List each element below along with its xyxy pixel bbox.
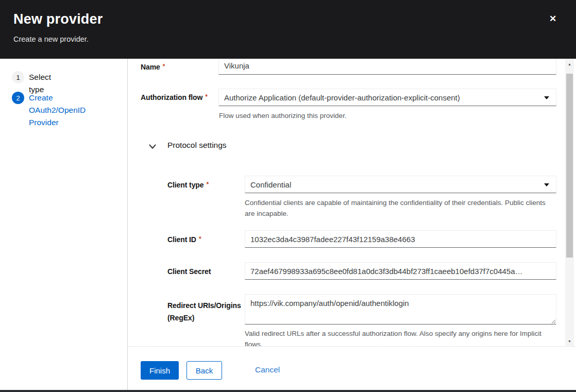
client-secret-label: Client Secret [167,267,211,276]
cancel-button[interactable]: Cancel [255,365,280,374]
authorization-flow-value: Authorize Application (default-provider-… [224,93,460,102]
client-secret-input[interactable] [245,262,556,280]
step-number-badge: 2 [12,92,24,104]
caret-down-icon [544,96,549,99]
scrollbar-thumb[interactable] [566,74,573,258]
caret-down-icon [544,183,549,186]
step-number-badge: 1 [12,71,24,83]
form-scroll-area: Name* Authorization flow* Authorize Appl… [128,59,565,346]
client-id-label: Client ID* [167,235,201,244]
name-input[interactable] [218,59,556,75]
modal-subtitle: Create a new provider. [13,35,89,43]
redirect-uris-label: Redirect URIs/Origins (RegEx) [167,299,255,324]
required-asterisk: * [206,181,209,188]
name-label: Name* [141,63,165,71]
required-asterisk: * [205,93,208,100]
chevron-down-icon [149,143,156,151]
authorization-flow-label: Authorization flow* [141,93,208,101]
authorization-flow-help: Flow used when authorizing this provider… [219,110,347,121]
authorization-flow-select[interactable]: Authorize Application (default-provider-… [218,89,556,106]
redirect-uris-textarea[interactable]: https://vik.company/auth/openid/authenti… [245,294,556,325]
wizard-sidebar: 1 Select type 2 Create OAuth2/OpenID Pro… [0,59,128,390]
back-button[interactable]: Back [187,361,222,380]
client-type-select[interactable]: Confidential [245,176,556,193]
scroll-down-icon[interactable]: ▼ [565,337,574,345]
client-type-value: Confidential [250,180,291,189]
close-icon[interactable]: ✕ [545,11,561,27]
redirect-uris-help: Valid redirect URLs after a successful a… [245,328,555,346]
modal-footer: Finish Back Cancel [128,346,576,390]
vertical-scrollbar: ▲ ▼ [565,59,574,346]
new-provider-modal: New provider Create a new provider. ✕ 1 … [0,0,576,392]
modal-header: New provider Create a new provider. ✕ [0,0,576,59]
protocol-settings-title: Protocol settings [167,141,227,150]
scroll-up-icon[interactable]: ▲ [565,60,574,68]
page-title: New provider [13,11,103,27]
protocol-settings-toggle[interactable]: Protocol settings [146,139,352,154]
required-asterisk: * [163,63,165,70]
background-edge [0,390,576,392]
required-asterisk: * [199,235,201,243]
client-id-input[interactable] [245,230,556,248]
client-type-label: Client type* [167,181,209,189]
finish-button[interactable]: Finish [141,361,179,380]
client-type-help: Confidential clients are capable of main… [245,197,548,219]
wizard-step-label: Create OAuth2/OpenID Provider [29,92,92,129]
